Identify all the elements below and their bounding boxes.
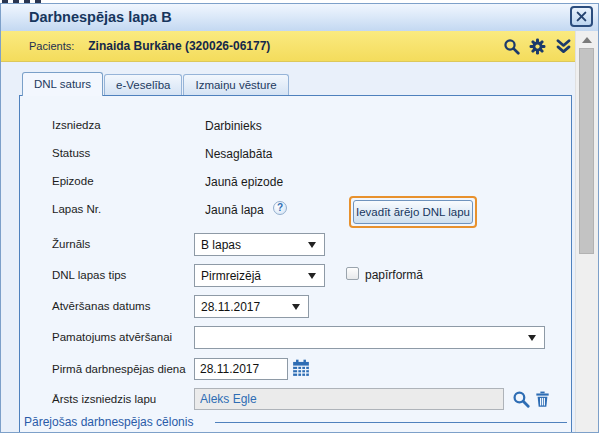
question-icon[interactable]: ? (273, 201, 287, 215)
scrollbar-thumb[interactable] (579, 48, 594, 254)
tab-dnl-saturs[interactable]: DNL saturs (22, 72, 103, 96)
search-icon[interactable] (502, 37, 520, 55)
pamatojums-select[interactable] (194, 326, 545, 349)
close-icon (576, 8, 587, 26)
arsts-label: Ārsts izsniedzis lapu (52, 393, 156, 405)
tab-panel-dnl-saturs: Izsniedza Darbinieks Statuss Nesaglabāta… (19, 95, 572, 432)
section-header-parejosas: Pārejošas darbnespējas cēlonis (24, 415, 193, 429)
tab-e-veseliba[interactable]: e-Veselība (104, 74, 182, 95)
izsniedza-label: Izsniedza (52, 119, 101, 131)
tab-izmainu-vesture[interactable]: Izmaiņu vēsture (183, 74, 288, 95)
chevron-down-icon (308, 242, 316, 248)
paper-form-checkbox[interactable] (346, 267, 359, 280)
dnl-lapas-tips-label: DNL lapas tips (52, 269, 126, 281)
title-bar: Darbnespējas lapa B (1, 4, 598, 32)
chevron-down-icon (308, 273, 316, 279)
epizode-value: Jaunā epizode (205, 175, 283, 189)
chevron-down-icon (528, 335, 536, 341)
close-button[interactable] (570, 6, 593, 27)
calendar-icon[interactable] (292, 359, 310, 377)
scrollbar-up-arrow-icon[interactable] (582, 37, 592, 43)
pirma-diena-label: Pirmā darbnespējas diena (52, 363, 186, 375)
atversanas-datums-select[interactable]: 28.11.2017 (194, 295, 309, 318)
lapas-nr-value: Jaunā lapa (205, 203, 264, 217)
patient-name: Zinaida Burkāne (320026-06177) (88, 39, 270, 53)
double-chevron-down-icon[interactable] (554, 37, 572, 55)
patient-bar-actions (502, 37, 578, 55)
statuss-value: Nesaglabāta (205, 147, 272, 161)
lapas-nr-label: Lapas Nr. (52, 203, 101, 215)
main-area: Pacients: Zinaida Burkāne (320026-06177)… (1, 31, 578, 432)
trash-icon[interactable] (533, 390, 551, 408)
patient-label: Pacients: (29, 40, 74, 52)
statuss-label: Statuss (52, 147, 90, 159)
search-icon[interactable] (512, 390, 530, 408)
tab-strip: DNL saturs e-Veselība Izmaiņu vēsture (1, 62, 578, 95)
section-divider (215, 422, 567, 423)
external-dnl-button-highlight: Ievadīt ārējo DNL lapu (349, 196, 477, 228)
gear-icon[interactable] (528, 37, 546, 55)
dialog-darbnespejas-lapa: Darbnespējas lapa B Pacients: Zinaida Bu… (0, 3, 599, 433)
vertical-scrollbar[interactable] (575, 31, 598, 432)
zurnals-select[interactable]: B lapas (194, 233, 325, 256)
dialog-content: Pacients: Zinaida Burkāne (320026-06177)… (1, 31, 598, 432)
atversanas-datums-label: Atvēršanas datums (52, 300, 150, 312)
chevron-down-icon (292, 304, 300, 310)
paper-form-checkbox-label: papīrformā (365, 268, 423, 282)
dnl-lapas-tips-select[interactable]: Pirmreizējā (194, 264, 325, 287)
zurnals-label: Žurnāls (52, 238, 90, 250)
issuing-doctor-field[interactable] (194, 388, 504, 410)
izsniedza-value: Darbinieks (205, 119, 262, 133)
patient-bar: Pacients: Zinaida Burkāne (320026-06177) (1, 31, 578, 62)
first-incapacity-day-input[interactable] (194, 358, 288, 380)
epizode-label: Epizode (52, 175, 94, 187)
pamatojums-label: Pamatojums atvēršanai (52, 331, 172, 343)
page-title: Darbnespējas lapa B (29, 9, 172, 25)
enter-external-dnl-button[interactable]: Ievadīt ārējo DNL lapu (353, 200, 473, 224)
